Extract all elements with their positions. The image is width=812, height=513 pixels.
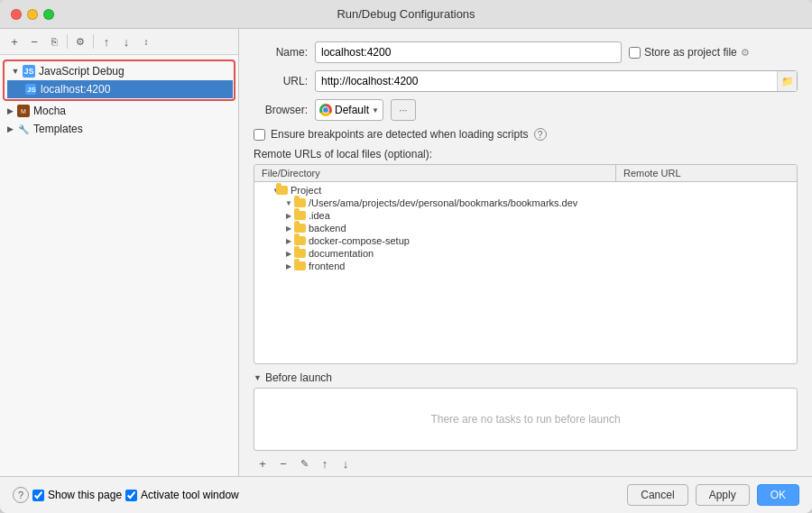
run-debug-dialog: Run/Debug Configurations + − ⎘ ⚙ ↑ ↓ ↕ — [0, 0, 812, 513]
browser-select[interactable]: Default ▼ — [315, 99, 383, 121]
before-launch-title: Before launch — [265, 371, 332, 384]
name-row: Name: Store as project file ⚙ — [254, 41, 798, 63]
name-label: Name: — [254, 46, 308, 59]
before-launch-section: ▼ Before launch There are no tasks to ru… — [254, 371, 798, 476]
name-input[interactable] — [315, 41, 622, 63]
frontend-arrow — [283, 262, 294, 270]
before-launch-remove-button[interactable]: − — [274, 454, 292, 472]
url-row: URL: 📁 — [254, 70, 798, 92]
frontend-folder-icon — [294, 261, 306, 270]
before-launch-add-button[interactable]: + — [254, 454, 272, 472]
bottom-bar: ? Show this page Activate tool window Ca… — [0, 476, 812, 513]
sort-button[interactable]: ↕ — [137, 32, 155, 50]
url-browse-button[interactable]: 📁 — [777, 71, 797, 91]
project-label: Project — [291, 185, 321, 196]
left-panel: + − ⎘ ⚙ ↑ ↓ ↕ JS J — [0, 29, 239, 476]
file-tree-item[interactable]: documentation — [254, 247, 797, 260]
mocha-icon: M — [16, 104, 31, 118]
store-project-gear-icon[interactable]: ⚙ — [741, 47, 750, 59]
docker-label: docker-compose-setup — [309, 235, 410, 246]
ensure-breakpoints-label[interactable]: Ensure breakpoints are detected when loa… — [271, 128, 529, 141]
ensure-breakpoints-help-icon[interactable]: ? — [534, 128, 547, 141]
localhost-icon: JS — [23, 82, 38, 96]
store-project-checkbox[interactable] — [629, 47, 641, 59]
remove-config-button[interactable]: − — [25, 32, 43, 50]
js-debug-group-label: JavaScript Debug — [39, 65, 125, 78]
activate-window-checkbox[interactable] — [125, 490, 137, 501]
templates-label: Templates — [33, 123, 83, 135]
path-folder-icon — [294, 198, 306, 207]
idea-arrow — [283, 212, 294, 220]
backend-arrow — [283, 224, 294, 233]
templates-item[interactable]: 🔧 Templates — [0, 120, 238, 138]
backend-label: backend — [309, 223, 346, 234]
svg-text:JS: JS — [27, 86, 36, 94]
config-tree: JS JavaScript Debug JS localhost:4200 — [0, 55, 238, 476]
close-button[interactable] — [11, 9, 22, 20]
apply-button[interactable]: Apply — [696, 484, 750, 506]
move-up-button[interactable]: ↑ — [97, 32, 115, 50]
before-launch-toolbar: + − ✎ ↑ ↓ — [254, 451, 798, 476]
project-folder-icon — [276, 186, 288, 195]
file-tree-item[interactable]: Project — [254, 184, 797, 197]
mocha-item[interactable]: M Mocha — [0, 102, 238, 120]
cancel-button[interactable]: Cancel — [627, 484, 687, 506]
activate-window-label[interactable]: Activate tool window — [141, 489, 239, 501]
localhost-label: localhost:4200 — [41, 83, 110, 96]
show-page-row: ? Show this page Activate tool window — [13, 487, 239, 503]
show-page-label[interactable]: Show this page — [48, 489, 122, 501]
ok-button[interactable]: OK — [757, 484, 799, 506]
maximize-button[interactable] — [43, 9, 54, 20]
mocha-label: Mocha — [33, 105, 66, 117]
templates-icon: 🔧 — [16, 122, 31, 136]
file-tree-item[interactable]: backend — [254, 222, 797, 234]
js-debug-arrow — [9, 65, 22, 78]
file-tree-item[interactable]: frontend — [254, 260, 797, 272]
before-launch-box: There are no tasks to run before launch — [254, 388, 798, 451]
url-label: URL: — [254, 75, 308, 87]
main-content: + − ⎘ ⚙ ↑ ↓ ↕ JS J — [0, 29, 812, 476]
before-launch-edit-button[interactable]: ✎ — [295, 454, 313, 472]
toolbar-divider-1 — [67, 34, 68, 49]
templates-arrow — [4, 123, 16, 135]
dialog-title: Run/Debug Configurations — [337, 7, 475, 21]
js-debug-group-icon: JS — [22, 64, 36, 78]
url-col-header: Remote URL — [616, 165, 797, 181]
browser-more-button[interactable]: ··· — [391, 99, 416, 121]
docker-folder-icon — [294, 236, 306, 245]
add-config-button[interactable]: + — [5, 32, 23, 50]
url-input[interactable] — [316, 75, 777, 87]
path-arrow — [283, 199, 294, 207]
remote-urls-label: Remote URLs of local files (optional): — [254, 148, 798, 160]
left-toolbar: + − ⎘ ⚙ ↑ ↓ ↕ — [0, 29, 238, 55]
file-tree-item[interactable]: docker-compose-setup — [254, 234, 797, 247]
before-launch-down-button[interactable]: ↓ — [337, 454, 355, 472]
ensure-breakpoints-row: Ensure breakpoints are detected when loa… — [254, 128, 798, 141]
idea-folder-icon — [294, 211, 306, 220]
ensure-breakpoints-checkbox[interactable] — [254, 129, 265, 141]
store-project-label[interactable]: Store as project file — [644, 46, 737, 59]
show-page-checkbox[interactable] — [32, 490, 44, 501]
idea-label: .idea — [309, 210, 330, 221]
file-col-header: File/Directory — [254, 165, 616, 181]
before-launch-up-button[interactable]: ↑ — [316, 454, 334, 472]
file-tree-item[interactable]: .idea — [254, 209, 797, 222]
minimize-button[interactable] — [27, 9, 38, 20]
move-down-button[interactable]: ↓ — [117, 32, 135, 50]
localhost-item[interactable]: JS localhost:4200 — [7, 80, 233, 98]
frontend-label: frontend — [309, 261, 345, 271]
url-input-wrap: 📁 — [315, 70, 798, 92]
js-debug-group-highlight: JS JavaScript Debug JS localhost:4200 — [3, 60, 235, 101]
file-tree-item[interactable]: /Users/ama/projects/dev/personal/bookmar… — [254, 197, 797, 209]
js-debug-group-item[interactable]: JS JavaScript Debug — [5, 62, 233, 80]
help-button[interactable]: ? — [13, 487, 29, 503]
docs-folder-icon — [294, 249, 306, 258]
file-table-body: Project /Users/ama/projects/dev/personal… — [254, 182, 797, 363]
settings-button[interactable]: ⚙ — [71, 32, 89, 50]
backend-folder-icon — [294, 224, 306, 233]
title-bar: Run/Debug Configurations — [0, 0, 812, 29]
copy-config-button[interactable]: ⎘ — [45, 32, 63, 50]
docker-arrow — [283, 237, 294, 245]
before-launch-header: ▼ Before launch — [254, 371, 798, 384]
path-label: /Users/ama/projects/dev/personal/bookmar… — [309, 197, 577, 208]
